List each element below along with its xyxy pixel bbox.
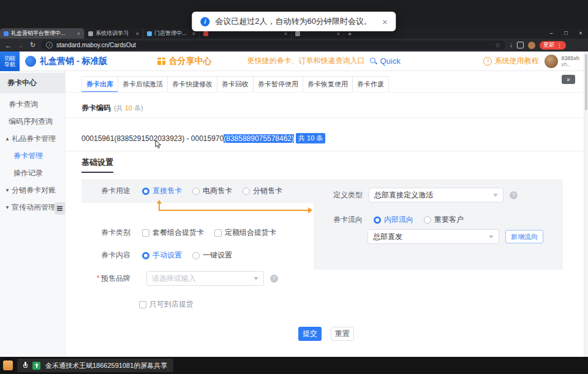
sidebar-item-code-sequence-query[interactable]: 编码序列查询	[0, 113, 65, 130]
sidebar-item-card-query[interactable]: 券卡查询	[0, 96, 65, 113]
microphone-icon	[23, 362, 28, 370]
info-icon: i	[200, 17, 209, 26]
window-close-button[interactable]: ×	[573, 28, 588, 39]
radio-important-customer[interactable]: 重要客户	[424, 215, 464, 225]
sidebar-collapse-handle[interactable]	[55, 202, 65, 215]
tab-card-outbound[interactable]: 券卡出库	[81, 76, 118, 93]
page-scrollbar[interactable]	[584, 52, 588, 357]
tutorial-label: 系统使用教程	[494, 56, 538, 66]
card-code-range[interactable]: 00015961(8385291502033923) - 00015970(83…	[81, 133, 325, 143]
toast-close-icon[interactable]: ×	[382, 17, 388, 27]
toast-message: 会议已超过2人，自动转为60分钟限时会议。	[215, 16, 372, 27]
tab-card-followup-activation[interactable]: 券卡后续激活	[118, 76, 168, 93]
screen-share-indicator[interactable]: 金禾通技术王斌18662591081的屏幕共享	[17, 359, 173, 372]
annotation-arrow-horizontal	[159, 210, 309, 211]
sidebar-item-operation-records[interactable]: 操作记录	[0, 164, 65, 181]
tab-card-resume[interactable]: 券卡恢复使用	[303, 76, 353, 93]
checkbox-fixed-combo-card[interactable]: 定额组合提货卡	[214, 227, 276, 238]
define-type-select[interactable]: 总部直接定义激活	[369, 188, 503, 202]
nav-toggle-line1: 功能	[4, 55, 15, 61]
card-flow-row: 券卡流向 内部流向 重要客户	[314, 215, 474, 225]
function-nav-toggle[interactable]: 功能 导航	[0, 52, 20, 71]
codes-title: 券卡编码	[81, 103, 111, 113]
bookmark-star-icon[interactable]: ☆	[495, 42, 500, 48]
reset-button[interactable]: 重置	[331, 327, 354, 341]
browser-tab[interactable]: 系统培训学习 ×	[85, 28, 143, 39]
help-icon[interactable]: ?	[270, 275, 278, 283]
radio-distribution-sale[interactable]: 分销售卡	[243, 186, 282, 196]
address-bar[interactable]: i standard.maboy.cn/CardsOut ☆	[41, 40, 505, 50]
back-icon[interactable]: ←	[4, 42, 12, 49]
form-actions: 提交 重置	[298, 327, 354, 341]
radio-icon	[424, 216, 431, 224]
sidebar-item-card-management[interactable]: 券卡管理	[0, 147, 65, 164]
tab-label: 门店管理中...	[154, 29, 190, 37]
chevron-down-icon	[493, 194, 498, 197]
browser-tab[interactable]: 门店管理中... ×	[143, 28, 200, 39]
checkbox-icon	[214, 229, 222, 237]
menu-icon	[57, 208, 62, 209]
quick-link[interactable]: Quick	[380, 56, 400, 66]
search-icon	[370, 58, 377, 64]
sidebar-group-gift-card-management[interactable]: ▲ 礼品券卡管理	[0, 130, 65, 147]
checkbox-store-pickup-only[interactable]: 只可到店提货	[139, 299, 194, 310]
radio-icon-selected	[374, 216, 381, 224]
app-header: 功能 导航 礼盒营销 - 标准版 合分享中心 更快捷的券卡、订单和快递查询入口 …	[0, 52, 588, 71]
sidebar-group-distribution-reconciliation[interactable]: ▼ 分销券卡对账	[0, 181, 65, 199]
checkbox-package-combo-card[interactable]: 套餐组合提货卡	[142, 227, 204, 238]
radio-manual-setting[interactable]: 手动设置	[142, 250, 182, 261]
browser-profile-avatar[interactable]	[528, 42, 535, 49]
radio-direct-sale[interactable]: 直接售卡	[142, 186, 182, 196]
presale-brand-row: * 预售品牌 请选择或输入 ?	[66, 271, 278, 286]
submit-button[interactable]: 提交	[298, 327, 322, 341]
update-button[interactable]: 更新 ⋮	[540, 41, 566, 50]
tab-favicon	[4, 31, 9, 36]
codes-count-suffix: 条)	[132, 104, 143, 112]
codes-count: (共 10 条)	[114, 104, 143, 113]
extensions-icon[interactable]	[517, 42, 524, 48]
taskbar-app-icon[interactable]	[3, 361, 13, 370]
divider	[66, 118, 584, 118]
site-info-icon[interactable]: i	[46, 42, 53, 48]
tab-close-icon[interactable]: ×	[284, 31, 287, 37]
card-category-label: 券卡类别	[101, 227, 130, 238]
tab-card-quick-edit[interactable]: 券卡快捷修改	[167, 76, 217, 93]
flow-select[interactable]: 总部直发	[368, 229, 499, 244]
collapse-arrow-icon: ▲	[5, 136, 12, 142]
radio-internal-flow[interactable]: 内部流向	[374, 215, 413, 225]
codes-header: 券卡编码 (共 10 条)	[81, 103, 143, 113]
code-range-selected: (8385889075578462)	[224, 134, 294, 143]
browser-tab-active[interactable]: 礼盒营销平台管理中... ×	[0, 28, 85, 39]
presale-brand-select[interactable]: 请选择或输入	[146, 271, 264, 286]
download-icon[interactable]: ↓	[510, 42, 513, 48]
tab-close-icon[interactable]: ×	[337, 31, 340, 37]
forward-icon[interactable]: →	[17, 42, 24, 49]
reload-icon[interactable]: ↻	[29, 41, 37, 49]
url-text[interactable]: standard.maboy.cn/CardsOut	[56, 42, 136, 48]
share-center-link[interactable]: 合分享中心	[157, 56, 211, 67]
window-maximize-button[interactable]: □	[559, 28, 573, 39]
collapse-panel-button[interactable]: »	[562, 75, 575, 84]
radio-label: 一键设置	[203, 250, 232, 261]
sidebar-item-label: 分销券卡对账	[12, 185, 56, 196]
radio-ecommerce-sale[interactable]: 电商售卡	[192, 186, 232, 196]
scrollbar-thumb[interactable]	[585, 54, 587, 110]
checkbox-icon	[142, 229, 149, 237]
checkbox-icon	[139, 301, 146, 308]
radio-one-click-setting[interactable]: 一键设置	[192, 250, 232, 261]
add-flow-button[interactable]: 新增流向	[505, 230, 543, 243]
user-avatar[interactable]	[545, 55, 558, 68]
tab-card-suspend[interactable]: 券卡暂停使用	[253, 76, 303, 93]
tab-close-icon[interactable]: ×	[136, 31, 139, 37]
window-minimize-button[interactable]: –	[544, 28, 559, 39]
tutorial-link[interactable]: ? 系统使用教程	[483, 56, 538, 66]
sidebar-item-label: 编码序列查询	[9, 116, 53, 127]
tab-close-icon[interactable]: ×	[77, 31, 80, 37]
tab-close-icon[interactable]: ×	[192, 31, 195, 37]
tab-card-recycle[interactable]: 券卡回收	[217, 76, 254, 93]
quick-hint: 更快捷的券卡、订单和快递查询入口	[247, 56, 364, 66]
sidebar-item-label: 券卡管理	[13, 151, 43, 161]
browser-menu-icon[interactable]: ⋮	[557, 42, 562, 48]
tab-card-void[interactable]: 券卡作废	[352, 76, 389, 93]
help-icon[interactable]: ?	[510, 191, 518, 199]
